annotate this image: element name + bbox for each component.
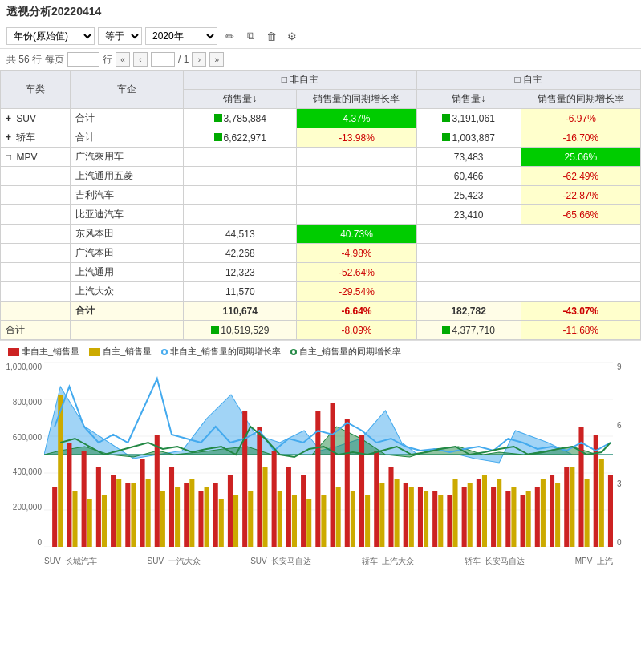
non-sales-cell: 12,323 [184,263,297,282]
self-growth-cell: 25.06% [521,148,640,167]
svg-rect-60 [248,491,253,547]
grand-total-self-sales: 4,377,710 [416,321,521,340]
svg-rect-51 [116,479,121,547]
legend-color-non_sales [8,348,19,356]
self-growth-cell [521,244,640,263]
svg-rect-58 [219,499,224,547]
svg-rect-78 [511,487,516,547]
value-select[interactable]: 2020年 [145,27,217,45]
svg-rect-30 [374,451,379,547]
company-cell: 东风本田 [71,225,184,244]
self-sales-cell [416,282,521,302]
svg-rect-24 [286,467,291,547]
non-growth-cell [297,167,416,186]
self-sales-cell [416,244,521,263]
svg-rect-77 [497,479,501,547]
svg-rect-72 [424,491,428,547]
svg-rect-28 [345,419,350,547]
svg-rect-62 [278,491,282,547]
y-right-9: 9 [617,362,622,371]
svg-rect-8 [52,487,57,547]
grand-total-label: 合计 [1,321,71,340]
svg-rect-61 [262,467,267,547]
svg-rect-12 [111,475,116,547]
svg-rect-38 [491,487,496,547]
self-growth-cell: -43.07% [521,302,640,321]
svg-rect-55 [175,487,180,547]
legend-label-self_growth: 自主_销售量的同期增长率 [299,346,401,358]
pagination-bar: 共 56 行 每页 1000 行 « ‹ 1 / 1 › » [0,49,641,70]
legend-item-non_growth: 非自主_销售量的同期增长率 [161,346,281,358]
svg-rect-15 [155,435,160,547]
svg-rect-67 [351,491,355,547]
non-sales-cell: 11,570 [184,282,297,302]
y-left-1000: 1,000,000 [6,362,43,371]
svg-rect-73 [438,495,443,547]
non-sales-cell: 3,785,884 [184,109,297,128]
non-growth-cell: 40.73% [297,225,416,244]
svg-rect-81 [555,483,560,547]
non-growth-cell [297,186,416,205]
company-cell: 合计 [71,109,184,128]
svg-rect-36 [462,487,467,547]
expand-btn[interactable]: + [6,113,11,124]
non-sales-cell [184,148,297,167]
field-select[interactable]: 年份(原始值) [6,27,95,45]
chart-container: 非自主_销售量自主_销售量非自主_销售量的同期增长率自主_销售量的同期增长率 1… [0,340,641,589]
non-sales-cell: 44,513 [184,225,297,244]
non-growth-cell [297,148,416,167]
self-sales-cell: 25,423 [416,186,521,205]
legend-item-self_growth: 自主_销售量的同期增长率 [290,346,401,358]
chart-svg [44,362,613,547]
edit-icon[interactable]: ✏ [221,27,238,45]
svg-rect-9 [67,443,71,547]
non-growth-cell: -13.98% [297,128,416,148]
group-header-non: □ 非自主 [184,71,416,90]
total-pages-label: / 1 [178,54,189,65]
delete-icon[interactable]: 🗑 [262,27,280,45]
self-sales-cell: 60,466 [416,167,521,186]
expand-btn[interactable]: + [6,132,11,143]
next-page-btn[interactable]: › [192,52,206,67]
svg-rect-49 [87,499,92,547]
svg-rect-53 [146,479,151,547]
y-left-0: 0 [37,538,42,547]
legend-circle-self_growth [290,349,297,355]
svg-rect-19 [213,483,218,547]
x-label-6: MPV_上汽 [575,556,613,567]
operator-select[interactable]: 等于 [98,27,142,45]
last-page-btn[interactable]: » [209,52,224,67]
settings-icon[interactable]: ⚙ [283,27,301,45]
svg-rect-17 [184,483,189,547]
self-growth-cell: -16.70% [521,128,640,148]
svg-rect-70 [395,479,400,547]
svg-rect-27 [331,403,335,547]
prev-page-btn[interactable]: ‹ [133,52,148,67]
non-growth-cell: -29.54% [297,282,416,302]
svg-rect-42 [550,475,554,547]
svg-rect-80 [541,479,546,547]
first-page-btn[interactable]: « [116,52,130,67]
svg-rect-32 [404,483,408,547]
non-sales-cell: 110,674 [184,302,297,321]
svg-rect-46 [608,475,613,547]
expand-btn[interactable]: □ [6,152,11,163]
sub-col1: 销售量↓ [184,90,297,109]
svg-rect-79 [526,491,531,547]
company-cell: 比亚迪汽车 [71,205,184,225]
per-page-input[interactable]: 1000 [67,52,99,67]
per-page-label: 每页 [45,53,64,67]
svg-rect-66 [336,487,341,547]
svg-rect-82 [570,467,574,547]
y-left-200: 200,000 [13,503,42,512]
svg-rect-57 [205,487,209,547]
non-sales-cell [184,167,297,186]
copy-icon[interactable]: ⧉ [241,27,259,45]
page-input[interactable]: 1 [151,52,175,67]
y-right-6: 6 [617,421,622,430]
svg-rect-16 [169,467,174,547]
non-growth-cell: -4.98% [297,244,416,263]
non-sales-cell [184,205,297,225]
legend-label-non_growth: 非自主_销售量的同期增长率 [170,346,281,358]
sub-col4: 销售量的同期增长率 [521,90,640,109]
